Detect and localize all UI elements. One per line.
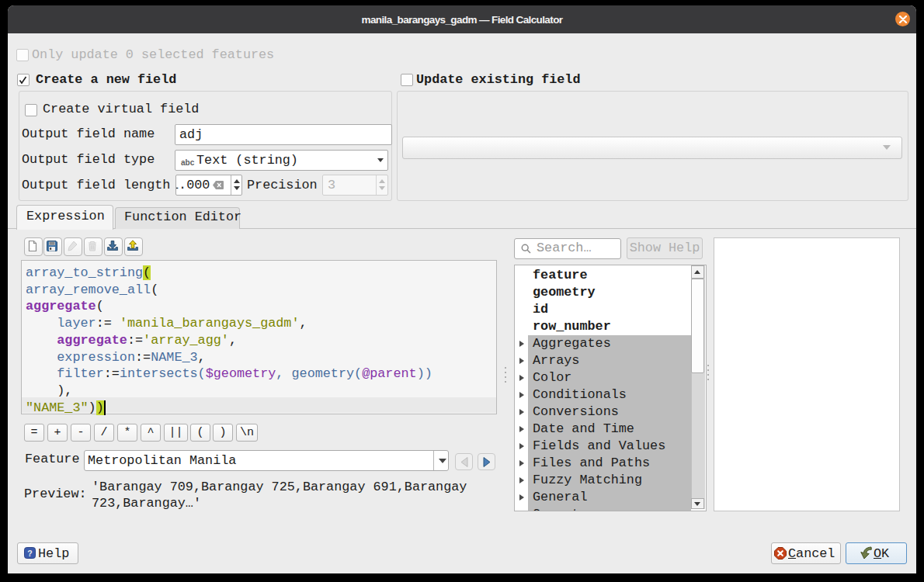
- svg-text:?: ?: [27, 549, 32, 558]
